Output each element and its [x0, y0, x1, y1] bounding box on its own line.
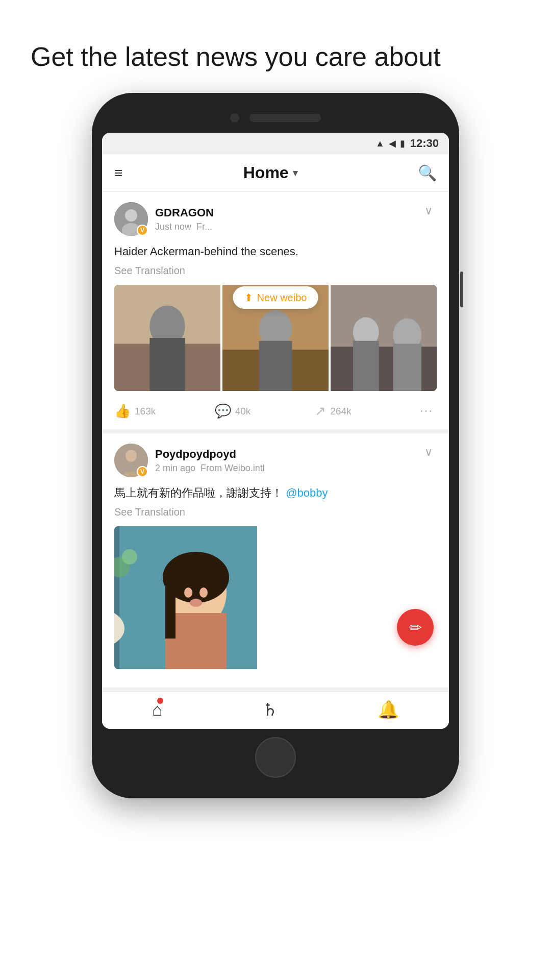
svg-rect-6: [149, 338, 185, 391]
page-headline: Get the latest news you care about: [0, 0, 551, 93]
post-1-see-translation[interactable]: See Translation: [114, 265, 437, 277]
signal-icon: ◀: [389, 138, 396, 149]
post-2-image-1: [114, 526, 257, 669]
phone-home-button[interactable]: [255, 737, 296, 778]
notification-nav-icon: 🔔: [378, 699, 399, 720]
explore-nav-icon: ♄: [262, 699, 278, 720]
post-1-reposts: 264k: [330, 406, 351, 417]
post-2-mention[interactable]: @bobby: [286, 486, 328, 499]
post-2-time: 2 min ago: [155, 463, 195, 473]
post-1-time: Just now: [155, 222, 191, 232]
post-1-like-action[interactable]: 👍 163k: [114, 403, 215, 419]
svg-point-18: [126, 450, 137, 462]
verified-v-1: V: [140, 227, 144, 234]
post-2-user-info: Poydpoydpoyd 2 min ago From Weibo.intl: [155, 448, 265, 474]
avatar-wrapper-1: V: [114, 202, 148, 236]
post-1-meta: Just now Fr...: [155, 222, 214, 232]
post-1-actions: 👍 163k 💬 40k ↗ 264k ⋯: [114, 399, 437, 419]
nav-home[interactable]: ⌂: [152, 700, 163, 720]
nav-home-dot: [157, 698, 163, 704]
post-1-user[interactable]: V GDRAGON Just now Fr...: [114, 202, 214, 236]
phone-speaker: [249, 114, 321, 122]
new-weibo-text: New weibo: [257, 292, 307, 304]
post-1-content: Haider Ackerman-behind the scenes.: [114, 243, 437, 260]
svg-point-31: [190, 599, 202, 607]
post-1-header: V GDRAGON Just now Fr... ∨: [114, 202, 437, 236]
svg-rect-20: [114, 526, 119, 669]
post-1-image-1: [114, 285, 220, 391]
comment-icon: 💬: [215, 403, 231, 419]
post-2-user[interactable]: V Poydpoydpoyd 2 min ago From Weibo.intl: [114, 444, 265, 477]
wifi-icon: ▲: [375, 138, 385, 149]
phone-screen: ▲ ◀ ▮ 12:30 ≡ Home ▾ 🔍 ⬆ New weibo: [102, 133, 449, 729]
post-1-repost-action[interactable]: ↗ 264k: [315, 403, 415, 419]
new-weibo-badge[interactable]: ⬆ New weibo: [233, 286, 318, 309]
post-2-images: [114, 526, 437, 669]
header-title-group[interactable]: Home ▾: [243, 163, 297, 182]
front-camera: [230, 113, 239, 122]
post-1-source: Fr...: [196, 222, 212, 232]
svg-rect-14: [353, 341, 379, 391]
post-2-content: 馬上就有新的作品啦，謝謝支持！ @bobby: [114, 484, 437, 501]
post-2-meta: 2 min ago From Weibo.intl: [155, 463, 265, 474]
svg-point-1: [125, 209, 137, 222]
header-title-text: Home: [243, 163, 289, 182]
post-1-username: GDRAGON: [155, 206, 214, 219]
side-button: [460, 272, 463, 307]
post-2-header: V Poydpoydpoyd 2 min ago From Weibo.intl: [114, 444, 437, 477]
bottom-nav: ⌂ ♄ 🔔: [102, 692, 449, 729]
like-icon: 👍: [114, 403, 131, 419]
verified-badge-1: V: [137, 225, 148, 236]
app-header: ≡ Home ▾ 🔍: [102, 154, 449, 192]
post-1-dropdown-icon[interactable]: ∨: [420, 202, 437, 219]
phone-frame: ▲ ◀ ▮ 12:30 ≡ Home ▾ 🔍 ⬆ New weibo: [92, 93, 459, 798]
verified-badge-2: V: [137, 466, 148, 477]
status-icons: ▲ ◀ ▮: [375, 138, 405, 149]
post-2-source: From Weibo.intl: [201, 463, 265, 473]
feed-container: ⬆ New weibo: [102, 192, 449, 692]
post-2-dropdown-icon[interactable]: ∨: [420, 444, 437, 461]
nav-notifications[interactable]: 🔔: [378, 699, 399, 720]
header-dropdown-icon: ▾: [293, 167, 297, 179]
share-icon: ⋯: [419, 403, 433, 419]
hamburger-icon[interactable]: ≡: [114, 166, 122, 180]
post-1-comments: 40k: [235, 406, 251, 417]
fab-compose-button[interactable]: ✏: [397, 609, 434, 646]
post-1-likes: 163k: [135, 406, 156, 417]
avatar-wrapper-2: V: [114, 444, 148, 477]
post-1-image-3: [331, 285, 437, 391]
search-icon[interactable]: 🔍: [418, 164, 437, 182]
status-bar: ▲ ◀ ▮ 12:30: [102, 133, 449, 154]
svg-rect-16: [393, 344, 421, 391]
new-weibo-arrow-icon: ⬆: [244, 291, 253, 304]
battery-icon: ▮: [400, 138, 405, 149]
post-2: V Poydpoydpoyd 2 min ago From Weibo.intl: [102, 433, 449, 692]
verified-v-2: V: [140, 468, 144, 475]
post-1-share-action[interactable]: ⋯: [415, 403, 437, 419]
svg-point-30: [199, 587, 208, 598]
feed: V GDRAGON Just now Fr... ∨: [102, 192, 449, 692]
post-2-see-translation[interactable]: See Translation: [114, 506, 437, 518]
repost-icon: ↗: [315, 403, 326, 419]
svg-rect-10: [259, 341, 292, 391]
phone-top-bar: [102, 108, 449, 133]
svg-point-29: [184, 587, 192, 598]
svg-rect-28: [165, 577, 176, 639]
post-2-text: 馬上就有新的作品啦，謝謝支持！: [114, 486, 283, 499]
post-1-comment-action[interactable]: 💬 40k: [215, 403, 315, 419]
post-1: V GDRAGON Just now Fr... ∨: [102, 192, 449, 433]
compose-icon: ✏: [409, 619, 422, 636]
nav-explore[interactable]: ♄: [262, 699, 278, 720]
post-2-username: Poydpoydpoyd: [155, 448, 265, 461]
post-1-user-info: GDRAGON Just now Fr...: [155, 206, 214, 232]
status-time: 12:30: [410, 137, 439, 150]
svg-point-24: [122, 549, 137, 565]
phone-bottom-bar: [102, 729, 449, 783]
